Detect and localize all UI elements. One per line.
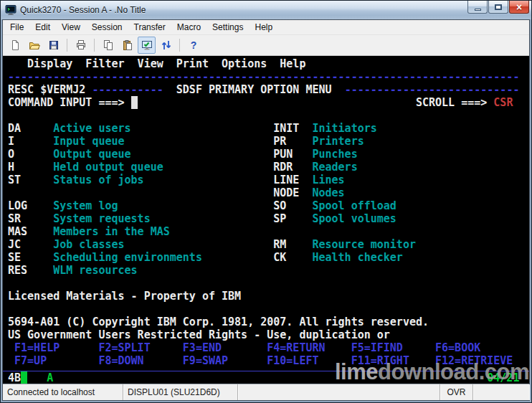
terminal-cursor[interactable] bbox=[131, 96, 138, 109]
option-code: I bbox=[8, 135, 53, 148]
option-desc bbox=[53, 186, 273, 199]
terminal-row: RESC $VERMJ2 ----------- SDSF PRIMARY OP… bbox=[8, 83, 529, 96]
copy-button[interactable] bbox=[99, 37, 117, 54]
option-desc: Members in the MAS bbox=[53, 225, 273, 238]
help-button[interactable]: ? bbox=[184, 37, 202, 54]
notice-text: 5694-A01 (C) Copyright IBM Corp. 1981, 2… bbox=[8, 316, 429, 328]
close-button[interactable]: × bbox=[509, 1, 529, 14]
system-id: RESC $VERMJ2 bbox=[8, 83, 92, 96]
terminal-screen[interactable]: Display Filter View Print Options Help--… bbox=[3, 56, 529, 384]
transfer-icon bbox=[161, 39, 172, 51]
svg-text:?: ? bbox=[190, 39, 196, 51]
option-code bbox=[8, 186, 53, 199]
notice-text: US Government Users Restricted Rights - … bbox=[8, 328, 390, 341]
terminal-row: SE Scheduling environments CK Health che… bbox=[8, 251, 529, 264]
menu-macro[interactable]: Macro bbox=[171, 20, 206, 34]
window-title: Quick3270 - Session A - .No Title bbox=[20, 5, 146, 15]
save-button[interactable] bbox=[44, 37, 62, 54]
option-code bbox=[273, 225, 312, 238]
connect-icon bbox=[141, 39, 153, 51]
terminal-row: RES WLM resources bbox=[8, 264, 529, 277]
terminal-row: JC Job classes RM Resource monitor bbox=[8, 238, 529, 251]
new-button[interactable] bbox=[6, 37, 24, 54]
option-desc: Initiators bbox=[312, 122, 376, 135]
menu-bar: FileEditViewSessionTransferMacroSettings… bbox=[3, 20, 529, 35]
option-desc: Scheduling environments bbox=[53, 251, 273, 264]
option-code: DA bbox=[8, 122, 53, 135]
terminal-text: --------------------------- bbox=[345, 83, 520, 96]
open-button[interactable] bbox=[25, 37, 43, 54]
oia-status-row: 4B A 04/21 bbox=[3, 371, 529, 384]
terminal-row: SR System requests SP Spool volumes bbox=[8, 212, 529, 225]
option-code: SP bbox=[273, 212, 312, 225]
option-code: RM bbox=[273, 238, 312, 251]
option-code bbox=[273, 264, 312, 277]
option-desc: Readers bbox=[312, 161, 357, 174]
menu-edit[interactable]: Edit bbox=[29, 20, 56, 34]
option-desc: Nodes bbox=[312, 186, 344, 199]
separator-line: ----------------------------------------… bbox=[8, 70, 519, 83]
status-bar: Connected to localhost DISPLU01 (SLU21D6… bbox=[3, 384, 529, 400]
oia-indicator bbox=[21, 371, 27, 384]
menu-settings[interactable]: Settings bbox=[206, 20, 249, 34]
status-end-panel bbox=[473, 384, 529, 400]
maximize-icon bbox=[495, 4, 502, 10]
menu-transfer[interactable]: Transfer bbox=[128, 20, 171, 34]
option-desc: Active users bbox=[53, 122, 273, 135]
terminal-row: F7=UP F8=DOWN F9=SWAP F10=LEFT F11=RIGHT… bbox=[8, 354, 529, 367]
option-code: SE bbox=[8, 251, 53, 264]
option-code: LINE bbox=[273, 174, 312, 186]
option-desc: Job classes bbox=[53, 238, 273, 251]
overwrite-mode-indicator: OVR bbox=[440, 384, 473, 400]
option-code: RES bbox=[8, 264, 53, 277]
menu-view[interactable]: View bbox=[56, 20, 86, 34]
option-code: SR bbox=[8, 212, 53, 225]
option-code: PR bbox=[273, 135, 312, 148]
oia-session: A bbox=[27, 371, 53, 384]
title-bar[interactable]: Quick3270 - Session A - .No Title × bbox=[0, 0, 532, 19]
option-desc: System requests bbox=[53, 212, 273, 225]
terminal-row: Display Filter View Print Options Help bbox=[8, 57, 529, 70]
minimize-button[interactable] bbox=[467, 1, 488, 14]
terminal-row: MAS Members in the MAS bbox=[8, 225, 529, 238]
command-input-label: COMMAND INPUT ===> bbox=[8, 96, 131, 109]
option-code: NODE bbox=[273, 186, 312, 199]
app-icon bbox=[5, 4, 16, 16]
option-desc: Status of jobs bbox=[53, 174, 273, 186]
open-icon bbox=[29, 39, 40, 51]
paste-icon bbox=[122, 39, 133, 51]
paste-button[interactable] bbox=[118, 37, 136, 54]
maximize-button[interactable] bbox=[488, 1, 508, 14]
terminal-row: NODE Nodes bbox=[8, 186, 529, 199]
scroll-value: CSR bbox=[493, 96, 513, 109]
option-desc: Health checker bbox=[312, 251, 402, 264]
toolbar-separator bbox=[67, 39, 67, 52]
option-code: JC bbox=[8, 238, 53, 251]
option-desc: Output queue bbox=[53, 148, 273, 161]
connect-button[interactable] bbox=[138, 37, 156, 54]
menu-file[interactable]: File bbox=[4, 20, 29, 34]
terminal-row: I Input queue PR Printers bbox=[8, 135, 529, 148]
menu-session[interactable]: Session bbox=[86, 20, 128, 34]
option-code: PUN bbox=[273, 148, 312, 161]
option-desc: Resource monitor bbox=[312, 238, 416, 251]
terminal-row: ST Status of jobs LINE Lines bbox=[8, 174, 529, 186]
option-code: RDR bbox=[273, 161, 312, 174]
option-code: CK bbox=[273, 251, 312, 264]
option-desc: Spool offload bbox=[312, 199, 396, 212]
oia-status: 4B bbox=[8, 371, 21, 384]
toolbar: ? bbox=[3, 35, 529, 56]
terminal-row: DA Active users INIT Initiators bbox=[8, 122, 529, 135]
transfer-button[interactable] bbox=[157, 37, 175, 54]
option-code: H bbox=[8, 161, 53, 174]
session-id: DISPLU01 (SLU21D6D) bbox=[123, 384, 238, 400]
menu-help[interactable]: Help bbox=[249, 20, 278, 34]
option-desc: Held output queue bbox=[53, 161, 273, 174]
close-icon: × bbox=[516, 1, 522, 13]
print-button[interactable] bbox=[72, 37, 90, 54]
option-desc: System log bbox=[53, 199, 273, 212]
option-desc: Printers bbox=[312, 135, 364, 148]
terminal-row bbox=[8, 303, 529, 316]
option-code: MAS bbox=[8, 225, 53, 238]
toolbar-separator bbox=[94, 39, 95, 52]
